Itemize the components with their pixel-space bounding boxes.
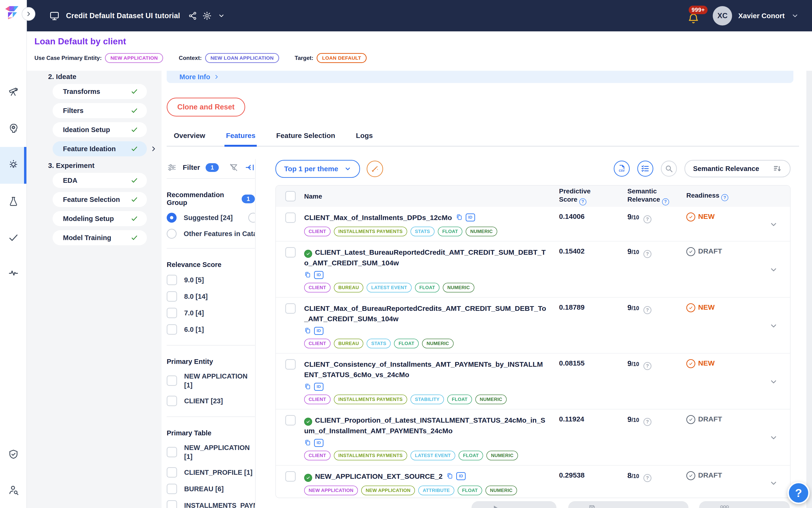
magic-wand-button[interactable] — [367, 161, 383, 177]
nav-step-item[interactable]: EDA — [53, 173, 147, 188]
feature-name[interactable]: NEW_APPLICATION_EXT_SOURCE_2ID — [304, 471, 547, 482]
filter-option-label[interactable]: 8.0 [14] — [184, 292, 255, 301]
filter-option-label[interactable]: 7.0 [4] — [184, 308, 255, 318]
relevance-help-icon[interactable]: ? — [643, 474, 651, 482]
row-checkbox[interactable] — [285, 247, 296, 258]
workspace-chevron-down-icon[interactable] — [218, 12, 225, 19]
shield-check-icon[interactable] — [8, 449, 19, 460]
filter-checkbox[interactable] — [167, 324, 177, 335]
brain-gear-icon[interactable] — [8, 123, 19, 134]
help-question-icon[interactable]: ? — [662, 198, 669, 205]
clone-and-reset-button[interactable]: Clone and Reset — [167, 98, 245, 117]
row-expand-chevron-icon[interactable] — [769, 322, 778, 330]
checkmark-icon[interactable] — [8, 232, 19, 243]
copy-icon[interactable] — [304, 439, 311, 447]
nav-step-chevron-right-icon[interactable] — [150, 145, 157, 152]
user-search-icon[interactable] — [8, 485, 19, 496]
filter-checkbox[interactable] — [167, 275, 177, 285]
tab[interactable]: Feature Selection — [275, 132, 336, 146]
relevance-help-icon[interactable]: ? — [643, 362, 651, 370]
column-header-semantic-relevance[interactable]: Semantic Relevance? — [627, 187, 686, 205]
row-checkbox[interactable] — [285, 212, 296, 223]
filter-checkbox[interactable] — [167, 447, 177, 457]
relevance-help-icon[interactable]: ? — [643, 250, 651, 258]
lightbulb-icon[interactable] — [8, 160, 19, 170]
filter-checkbox[interactable] — [167, 291, 177, 302]
pulse-icon[interactable] — [8, 267, 19, 278]
filter-checkbox[interactable] — [167, 396, 177, 406]
search-button[interactable] — [661, 161, 677, 177]
feature-name[interactable]: CLIENT_Consistency_of_Installments_AMT_P… — [304, 359, 547, 380]
gear-icon[interactable] — [202, 11, 212, 20]
id-icon[interactable]: ID — [314, 439, 323, 447]
notifications-bell[interactable]: 999+ — [686, 6, 709, 26]
sort-selector[interactable]: Semantic Relevance — [684, 160, 791, 177]
id-icon[interactable]: ID — [456, 472, 466, 480]
radio-label[interactable]: Suggested [24] — [184, 214, 233, 222]
nav-step-item[interactable]: Ideation Setup — [53, 122, 147, 137]
nav-step-item[interactable]: Feature Ideation — [53, 141, 147, 156]
more-info-link[interactable]: More Info — [179, 73, 219, 81]
filter-checkbox[interactable] — [167, 484, 177, 494]
nav-step-item[interactable]: Filters — [53, 103, 147, 118]
filter-option-label[interactable]: NEW_APPLICATION [1] — [184, 443, 255, 461]
column-header-name[interactable]: Name — [304, 193, 322, 200]
filter-option-label[interactable]: NEW APPLICATION [1] — [184, 372, 255, 390]
filter-option-label[interactable]: 6.0 [1] — [184, 325, 255, 334]
copy-icon[interactable] — [304, 271, 311, 279]
id-icon[interactable]: ID — [314, 383, 323, 391]
feature-name[interactable]: CLIENT_Latest_BureauReportedCredit_AMT_C… — [304, 247, 547, 268]
select-all-checkbox[interactable] — [285, 191, 296, 201]
row-checkbox[interactable] — [285, 359, 296, 370]
row-expand-chevron-icon[interactable] — [769, 265, 778, 274]
feature-name[interactable]: CLIENT_Max_of_BureauReportedCredits_AMT_… — [304, 303, 547, 324]
filter-option-label[interactable]: 9.0 [5] — [184, 276, 255, 285]
column-header-readiness[interactable]: Readiness? — [686, 192, 728, 199]
clear-filters-icon[interactable] — [229, 163, 238, 172]
filter-checkbox[interactable] — [167, 500, 177, 508]
id-icon[interactable]: ID — [466, 213, 475, 221]
row-expand-chevron-icon[interactable] — [769, 220, 778, 229]
row-expand-chevron-icon[interactable] — [769, 433, 778, 442]
id-icon[interactable]: ID — [314, 271, 323, 279]
page-scrollbar-track[interactable] — [806, 31, 812, 508]
row-checkbox[interactable] — [285, 471, 296, 481]
relevance-help-icon[interactable]: ? — [643, 418, 651, 426]
featurebyte-logo[interactable] — [5, 5, 22, 19]
row-checkbox[interactable] — [285, 303, 296, 314]
radio-label[interactable]: Other Features in Catalog [0 — [184, 230, 255, 238]
filter-checkbox[interactable] — [167, 308, 177, 318]
help-button[interactable]: ? — [787, 482, 810, 504]
relevance-help-icon[interactable]: ? — [643, 306, 651, 314]
download-csv-button[interactable]: CSV — [614, 161, 630, 177]
share-icon[interactable] — [188, 11, 197, 20]
copy-icon[interactable] — [304, 383, 311, 391]
column-header-predictive-score[interactable]: Predictive Score? — [559, 187, 627, 205]
copy-icon[interactable] — [304, 327, 311, 335]
feature-name[interactable]: CLIENT_Proportion_of_Latest_INSTALLMENT_… — [304, 415, 547, 436]
radio-other-features[interactable] — [167, 229, 177, 239]
tab[interactable]: Overview — [172, 132, 207, 146]
radio-all[interactable] — [248, 213, 255, 223]
row-expand-chevron-icon[interactable] — [769, 479, 778, 488]
tab[interactable]: Features — [224, 132, 257, 146]
filter-option-label[interactable]: CLIENT [23] — [184, 396, 255, 406]
view-selector-dropdown[interactable]: Top 1 per theme — [275, 160, 360, 178]
bottom-action-button-3[interactable] — [699, 501, 790, 508]
radio-suggested[interactable] — [167, 213, 177, 223]
avatar[interactable]: XC — [713, 6, 732, 26]
id-icon[interactable]: ID — [314, 327, 323, 335]
collapse-panel-icon[interactable] — [244, 163, 255, 172]
nav-step-item[interactable]: Model Training — [53, 230, 147, 245]
filter-option-label[interactable]: BUREAU [6] — [184, 484, 255, 493]
flask-icon[interactable] — [8, 196, 19, 207]
tab[interactable]: Logs — [355, 132, 374, 146]
nav-step-item[interactable]: Transforms — [53, 84, 147, 99]
user-menu-chevron-down-icon[interactable] — [791, 12, 799, 19]
bottom-action-button-2[interactable] — [568, 501, 688, 508]
filter-option-label[interactable]: INSTALLMENTS_PAYMENTS — [184, 501, 255, 508]
filter-checkbox[interactable] — [167, 376, 177, 386]
copy-icon[interactable] — [446, 472, 453, 480]
filter-checkbox[interactable] — [167, 467, 177, 477]
help-question-icon[interactable]: ? — [721, 194, 728, 201]
